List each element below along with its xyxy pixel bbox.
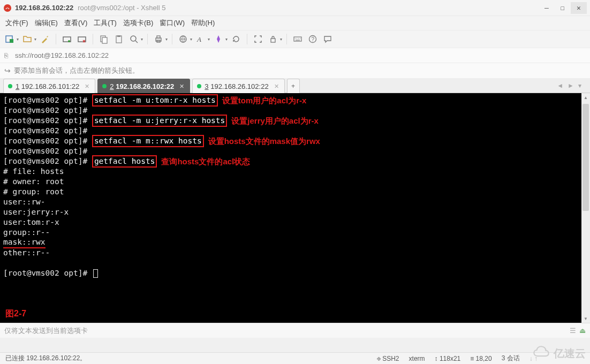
status-pos: ≡ 18,20 [470,355,491,362]
send-target-icon[interactable]: ☰ [570,327,576,335]
font-icon[interactable]: A [194,33,207,46]
status-proto: ⎆ SSH2 [377,355,399,362]
terminal-command: setfacl -m u:tom:r-x hosts [92,94,218,107]
help-icon[interactable]: ? [306,33,319,46]
session-tab-3[interactable]: 3 192.168.26.102:22 ✕ [192,79,284,93]
lock-icon[interactable] [267,33,279,46]
window-controls: — ☐ ✕ [539,2,587,14]
terminal-line: [root@vms002 opt]# [3,146,578,156]
cursor-icon [93,269,98,278]
session-tab-1[interactable]: 1 192.168.26.101:22 ✕ [3,79,95,93]
disconnect-icon[interactable] [75,33,88,46]
chevron-down-icon[interactable]: ▾ [165,37,168,42]
tab-num: 3 [205,82,208,90]
svg-rect-16 [271,39,275,42]
chevron-down-icon[interactable]: ▾ [190,37,192,42]
tab-menu-icon[interactable]: ▾ [578,82,581,89]
maximize-button[interactable]: ☐ [555,2,571,14]
add-tab-button[interactable]: + [287,79,300,93]
tab-close-icon[interactable]: ✕ [179,83,184,90]
tab-next-icon[interactable]: ► [568,82,574,89]
svg-text:A: A [196,35,201,43]
chevron-down-icon[interactable]: ▾ [225,37,228,42]
toolbar: ▾ ▾ ▾ ▾ ▾ A▾ ▾ ▾ ? [0,30,590,48]
properties-icon[interactable] [39,33,51,46]
svg-rect-7 [102,37,107,43]
svg-rect-17 [294,37,301,41]
hint-arrow-icon[interactable]: ↪ [4,66,11,75]
status-connection: 已连接 192.168.26.102:22。 [5,354,86,363]
menu-tabs[interactable]: 选项卡(B) [123,18,153,28]
refresh-icon[interactable] [230,33,243,46]
terminal-line: [root@vms002 opt]# [3,105,578,116]
terminal-area: [root@vms002 opt]# setfacl -m u:tom:r-x … [0,93,590,323]
status-bar: 已连接 192.168.26.102:22。 ⎆ SSH2 xterm ↕ 11… [0,352,590,364]
session-tab-2[interactable]: 2 192.168.26.102:22 ✕ [97,79,190,93]
menu-window[interactable]: 窗口(W) [160,18,185,28]
terminal-line: [root@vms002 opt]# setfacl -m u:jerry:r-… [3,116,578,126]
print-icon[interactable] [152,33,165,46]
scroll-down-icon[interactable]: ▼ [581,314,590,323]
menu-edit[interactable]: 编辑(E) [35,18,58,28]
tab-num: 2 [110,82,114,90]
keyboard-icon[interactable] [291,33,304,46]
terminal-line: [root@vms002 opt]# [3,126,578,136]
tab-num: 1 [16,82,19,90]
scroll-up-icon[interactable]: ▲ [581,93,590,102]
terminal-output: user:tom:r-x [3,217,578,228]
paste-icon[interactable] [112,33,125,46]
terminal-annotation: 查询hosts文件的acl状态 [161,156,250,166]
hint-bar: ↪ 要添加当前会话，点击左侧的箭头按钮。 [0,63,590,78]
copy-icon[interactable] [97,33,110,46]
scroll-thumb[interactable] [583,104,589,211]
title-host: 192.168.26.102:22 [15,4,73,12]
terminal-command: getfacl hosts [92,155,157,168]
terminal-line: [root@vms002 opt]# getfacl hosts查询hosts文… [3,156,578,166]
tab-close-icon[interactable]: ✕ [85,83,89,90]
status-arrows[interactable]: ↓ ↑ [530,355,538,362]
address-text: ssh://root@192.168.26.102:22 [15,51,109,59]
address-bar[interactable]: ⎘ ssh://root@192.168.26.102:22 [0,48,590,63]
tab-close-icon[interactable]: ✕ [274,83,279,90]
chevron-down-icon[interactable]: ▾ [208,37,210,42]
search-icon[interactable] [127,33,140,46]
status-size: ↕ 118x21 [435,355,461,362]
chevron-down-icon[interactable]: ▾ [34,37,36,42]
new-tab-icon[interactable] [3,33,16,46]
globe-icon[interactable] [177,33,190,46]
scrollbar[interactable]: ▲ ▼ [581,93,590,323]
chevron-down-icon[interactable]: ▾ [141,37,143,42]
close-button[interactable]: ✕ [571,2,587,14]
color-scheme-icon[interactable] [212,33,225,46]
send-pin-icon[interactable]: ⏏ [579,327,586,335]
terminal-annotation: 设置hosts文件的mask值为rwx [208,136,320,146]
terminal-output: # group: root [3,187,578,197]
minimize-button[interactable]: — [539,2,555,14]
menu-tools[interactable]: 工具(T) [94,18,117,28]
chevron-down-icon[interactable]: ▾ [17,37,19,42]
tab-prev-icon[interactable]: ◄ [557,82,563,89]
tab-label: 192.168.26.101:22 [21,82,79,90]
terminal-output: # owner: root [3,177,578,187]
menu-view[interactable]: 查看(V) [64,18,87,28]
svg-point-10 [131,36,136,41]
send-bar[interactable]: 仅将文本发送到当前选项卡 ☰ ⏏ [0,323,590,338]
send-placeholder: 仅将文本发送到当前选项卡 [4,326,88,336]
menu-file[interactable]: 文件(F) [5,18,28,28]
figure-label: 图2-7 [5,308,26,320]
connect-icon[interactable] [60,33,73,46]
terminal[interactable]: [root@vms002 opt]# setfacl -m u:tom:r-x … [0,93,581,323]
menubar: 文件(F) 编辑(E) 查看(V) 工具(T) 选项卡(B) 窗口(W) 帮助(… [0,16,590,30]
terminal-line [3,258,578,268]
hint-text: 要添加当前会话，点击左侧的箭头按钮。 [14,66,139,75]
folder-icon[interactable] [21,33,34,46]
fullscreen-icon[interactable] [252,33,264,46]
chat-icon[interactable] [321,33,334,46]
terminal-output: user::rw- [3,197,578,207]
terminal-output: mask::rwx [3,238,578,248]
chevron-down-icon[interactable]: ▾ [280,37,282,42]
menu-help[interactable]: 帮助(H) [191,18,215,28]
svg-rect-12 [157,36,160,38]
addrbar-lock-icon: ⎘ [4,52,12,59]
terminal-command: setfacl -m u:jerry:r-x hosts [92,115,227,127]
